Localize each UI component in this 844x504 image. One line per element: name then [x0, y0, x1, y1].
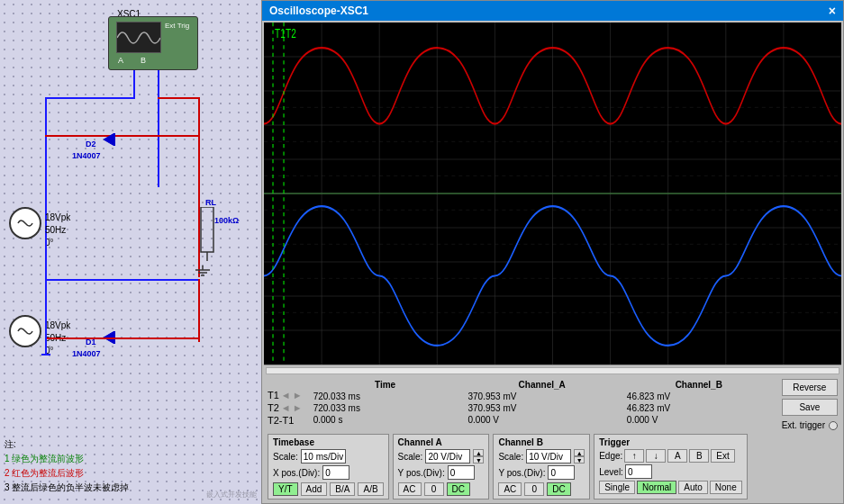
cha-scale-up[interactable]: ▲ — [473, 449, 484, 456]
channel-a-section: Channel A Scale: ▲ ▼ Y pos.(Div): AC 0 — [393, 434, 490, 500]
osc-title: Oscilloscope-XSC1 — [269, 4, 368, 17]
cha-buttons: AC 0 DC — [398, 482, 485, 496]
control-sections: Timebase Scale: X pos.(Div): Y/T Add B/A… — [268, 434, 838, 500]
wire-h-top — [45, 97, 135, 99]
timebase-yt-btn[interactable]: Y/T — [273, 482, 298, 496]
cha-scale-down[interactable]: ▼ — [473, 456, 484, 464]
xsc1-component: Ext Trig A B — [108, 16, 198, 70]
chb-ypos-input[interactable] — [548, 465, 575, 480]
t1-row-label: T1 ◄ ► — [268, 390, 303, 400]
d2-name: 1N4007 — [72, 151, 101, 160]
t2-label: T2 — [268, 402, 279, 413]
trigger-auto-btn[interactable]: Auto — [678, 481, 708, 494]
t2t1-chb: 0.000 V — [622, 414, 776, 426]
channel-b-section: Channel B Scale: ▲ ▼ Y pos.(Div): AC 0 — [493, 434, 590, 500]
timebase-scale-row: Scale: — [273, 449, 384, 464]
cha-scale-row: Scale: ▲ ▼ — [398, 449, 485, 464]
timebase-xpos-label: X pos.(Div): — [273, 468, 320, 478]
trigger-none-btn[interactable]: None — [710, 481, 742, 494]
trigger-rising-btn[interactable]: ↑ — [624, 449, 644, 463]
chb-scale-up[interactable]: ▲ — [574, 449, 585, 456]
cha-ypos-row: Y pos.(Div): — [398, 465, 485, 480]
svg-rect-3 — [201, 207, 213, 252]
trigger-section: Trigger Edge: ↑ ↓ A B Ext Level: Single … — [594, 434, 748, 500]
timebase-xpos-input[interactable] — [322, 465, 349, 480]
t2-left-arrow[interactable]: ◄ — [281, 402, 291, 413]
trigger-normal-btn[interactable]: Normal — [637, 481, 676, 494]
measurements-row: T1 ◄ ► T2 ◄ ► T2-T1 Time Channel_A Chann… — [268, 379, 838, 430]
chb-scale-input[interactable] — [526, 449, 571, 464]
note2: 2 红色为整流后波形 — [5, 466, 129, 481]
timebase-ab-btn[interactable]: A/B — [358, 482, 383, 496]
save-button[interactable]: Save — [782, 399, 838, 416]
svg-text:T2: T2 — [286, 26, 296, 40]
oscilloscope-panel: Oscilloscope-XSC1 × — [261, 0, 844, 504]
cha-ypos-label: Y pos.(Div): — [398, 468, 445, 478]
col-chb: Channel_B — [622, 379, 776, 391]
trigger-title: Trigger — [599, 437, 742, 447]
wire-v-blue-src2 — [45, 328, 47, 356]
ext-trigger-row: Ext. trigger — [782, 420, 838, 430]
scroll-track[interactable] — [266, 367, 839, 374]
d2-label: D2 — [86, 140, 96, 148]
t2t1-label: T2-T1 — [268, 415, 303, 426]
ext-trigger-radio[interactable] — [829, 421, 838, 430]
timebase-ba-btn[interactable]: B/A — [330, 482, 355, 496]
source2 — [9, 315, 41, 347]
timebase-section: Timebase Scale: X pos.(Div): Y/T Add B/A… — [268, 434, 389, 500]
meas-buttons: Reverse Save Ext. trigger — [782, 379, 838, 430]
chb-ypos-label: Y pos.(Div): — [498, 468, 545, 478]
trigger-mode-buttons: Single Normal Auto None — [599, 481, 742, 494]
reverse-button[interactable]: Reverse — [782, 379, 838, 396]
t2-row-label: T2 ◄ ► — [268, 402, 303, 413]
osc-screen: T1 T2 — [264, 22, 841, 364]
trigger-single-btn[interactable]: Single — [599, 481, 635, 494]
chb-scale-row: Scale: ▲ ▼ — [498, 449, 585, 464]
osc-scrollbar[interactable] — [264, 364, 841, 375]
cha-0-btn[interactable]: 0 — [424, 482, 444, 496]
t1-chb: 46.823 mV — [622, 391, 776, 402]
trigger-level-row: Level: — [599, 464, 742, 479]
chb-ac-btn[interactable]: AC — [498, 482, 522, 496]
svg-marker-0 — [104, 133, 114, 146]
timebase-add-btn[interactable]: Add — [301, 482, 328, 496]
cha-scale-input[interactable] — [425, 449, 470, 464]
timebase-xpos-row: X pos.(Div): — [273, 465, 384, 480]
cha-scale-spinner: ▲ ▼ — [473, 449, 484, 464]
chb-dc-btn[interactable]: DC — [547, 482, 570, 496]
d1-name: 1N4007 — [72, 349, 101, 358]
chb-buttons: AC 0 DC — [498, 482, 585, 496]
trigger-level-label: Level: — [599, 467, 623, 477]
close-button[interactable]: × — [829, 4, 836, 18]
t1-cha: 370.953 mV — [463, 391, 622, 402]
osc-waveform-svg: T1 T2 — [264, 22, 841, 364]
rl-label: RL — [205, 198, 216, 207]
trigger-falling-btn[interactable]: ↓ — [646, 449, 666, 463]
chb-0-btn[interactable]: 0 — [524, 482, 544, 496]
cha-title: Channel A — [398, 437, 485, 447]
chb-scale-spinner: ▲ ▼ — [574, 449, 585, 464]
chb-scale-down[interactable]: ▼ — [574, 456, 585, 464]
watermark: 嵌入式开发技能 — [206, 490, 257, 500]
trigger-b-btn[interactable]: B — [689, 449, 709, 463]
trigger-level-input[interactable] — [625, 464, 652, 479]
t1-left-arrow[interactable]: ◄ — [281, 390, 291, 400]
xsc1-screen — [116, 22, 161, 53]
timebase-scale-input[interactable] — [301, 449, 346, 464]
t-arrows: T1 ◄ ► T2 ◄ ► T2-T1 — [268, 379, 303, 426]
timebase-scale-label: Scale: — [273, 452, 298, 462]
t2-right-arrow[interactable]: ► — [293, 402, 303, 413]
t1-right-arrow[interactable]: ► — [293, 390, 303, 400]
cha-ac-btn[interactable]: AC — [398, 482, 422, 496]
note1: 1 绿色为整流前波形 — [5, 452, 129, 466]
osc-controls: T1 ◄ ► T2 ◄ ► T2-T1 Time Channel_A Chann… — [262, 375, 843, 503]
cha-dc-btn[interactable]: DC — [447, 482, 470, 496]
osc-titlebar: Oscilloscope-XSC1 × — [262, 1, 843, 21]
cha-ypos-input[interactable] — [448, 465, 475, 480]
trigger-ext-btn[interactable]: Ext — [711, 449, 734, 463]
trigger-a-btn[interactable]: A — [667, 449, 687, 463]
t2t1-cha: 0.000 V — [463, 414, 622, 426]
wire-h-red-d1 — [45, 338, 198, 339]
cha-scale-label: Scale: — [398, 452, 423, 462]
t2-time: 720.033 ms — [308, 402, 463, 414]
